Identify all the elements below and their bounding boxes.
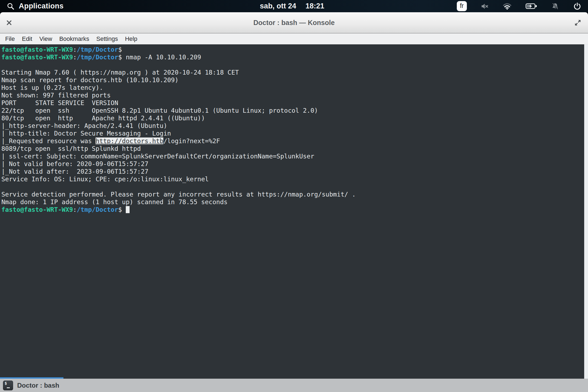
terminal-line: fasto@fasto-WRT-WX9:/tmp/Doctor$ nmap -A…: [1, 53, 581, 61]
menu-view[interactable]: View: [36, 35, 56, 42]
maximize-button[interactable]: [574, 19, 582, 27]
terminal-area[interactable]: fasto@fasto-WRT-WX9:/tmp/Doctor$fasto@fa…: [0, 44, 588, 379]
window-title: Doctor : bash — Konsole: [253, 19, 335, 27]
menu-help[interactable]: Help: [121, 35, 141, 42]
close-button[interactable]: [5, 19, 13, 26]
terminal-scrollbar[interactable]: [584, 44, 588, 379]
terminal-line: Not shown: 997 filtered ports: [1, 91, 581, 99]
terminal-line: |_Not valid after: 2023-09-06T15:57:27: [1, 168, 581, 175]
terminal-link[interactable]: http://doctors.htb: [96, 137, 163, 145]
volume-muted-icon[interactable]: [480, 2, 489, 10]
terminal-line: fasto@fasto-WRT-WX9:/tmp/Doctor$: [1, 206, 581, 213]
system-tray: fr: [457, 1, 588, 11]
konsole-window: Doctor : bash — Konsole File Edit View B…: [0, 12, 588, 392]
terminal-cursor: [126, 206, 130, 213]
menu-file[interactable]: File: [2, 35, 18, 42]
wifi-icon[interactable]: [503, 3, 512, 10]
power-icon[interactable]: [573, 2, 581, 10]
window-titlebar[interactable]: Doctor : bash — Konsole: [0, 12, 588, 33]
active-tab-indicator: [0, 377, 63, 379]
maximize-icon: [574, 19, 582, 27]
close-icon: [5, 19, 13, 26]
terminal-line: PORT STATE SERVICE VERSION: [1, 99, 581, 107]
terminal-line: |_Requested resource was http://doctors.…: [1, 137, 581, 145]
tab-bar: $ Doctor : bash: [0, 379, 588, 392]
terminal-line: Service Info: OS: Linux; CPE: cpe:/o:lin…: [1, 175, 581, 183]
terminal-icon: $: [3, 381, 13, 390]
terminal-output: fasto@fasto-WRT-WX9:/tmp/Doctor$fasto@fa…: [1, 46, 581, 213]
menu-bar: File Edit View Bookmarks Settings Help: [0, 33, 588, 44]
applications-label: Applications: [19, 2, 63, 10]
terminal-line: | http-title: Doctor Secure Messaging - …: [1, 130, 581, 137]
terminal-line: Nmap done: 1 IP address (1 host up) scan…: [1, 198, 581, 206]
terminal-line: |_http-server-header: Apache/2.4.41 (Ubu…: [1, 122, 581, 130]
terminal-line: Nmap scan report for doctors.htb (10.10.…: [1, 76, 581, 84]
terminal-line: Starting Nmap 7.60 ( https://nmap.org ) …: [1, 69, 581, 76]
terminal-line: 8089/tcp open ssl/http Splunkd httpd: [1, 145, 581, 152]
menu-settings[interactable]: Settings: [93, 35, 122, 42]
terminal-line: 22/tcp open ssh OpenSSH 8.2p1 Ubuntu 4ub…: [1, 107, 581, 114]
clock-applet[interactable]: sab, ott 24 18:21: [260, 2, 324, 10]
desktop-top-panel: Applications sab, ott 24 18:21 fr: [0, 0, 588, 12]
menu-edit[interactable]: Edit: [18, 35, 36, 42]
panel-date: sab, ott 24: [260, 2, 296, 10]
menu-bookmarks[interactable]: Bookmarks: [56, 35, 93, 42]
terminal-line: | ssl-cert: Subject: commonName=SplunkSe…: [1, 152, 581, 160]
terminal-line: [1, 183, 581, 191]
tab-doctor-bash[interactable]: Doctor : bash: [17, 382, 59, 389]
applications-menu[interactable]: Applications: [0, 2, 63, 10]
terminal-line: Service detection performed. Please repo…: [1, 191, 581, 198]
terminal-line: | Not valid before: 2020-09-06T15:57:27: [1, 160, 581, 168]
keyboard-layout-label: fr: [460, 2, 464, 10]
terminal-line: Host is up (0.27s latency).: [1, 84, 581, 91]
battery-charging-icon[interactable]: [525, 2, 537, 10]
search-icon: [7, 2, 15, 10]
keyboard-layout-badge[interactable]: fr: [457, 1, 467, 11]
panel-time: 18:21: [305, 2, 324, 10]
terminal-line: [1, 61, 581, 69]
terminal-line: fasto@fasto-WRT-WX9:/tmp/Doctor$: [1, 46, 581, 53]
notifications-disabled-icon[interactable]: [551, 2, 559, 10]
terminal-line: 80/tcp open http Apache httpd 2.4.41 ((U…: [1, 114, 581, 122]
